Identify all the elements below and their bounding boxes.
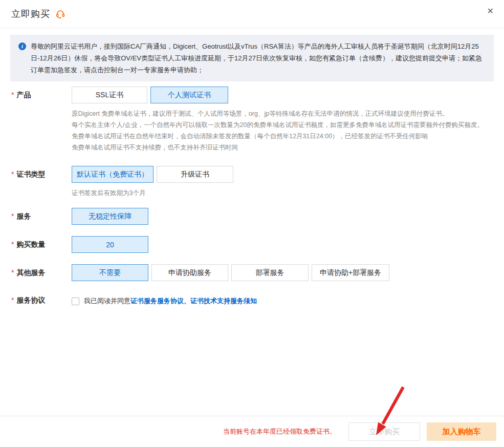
row-cert-type: *证书类型 默认证书（免费证书） 升级证书 证书签发后有效期为3个月 — [11, 166, 494, 198]
other-service-option-apply-assist[interactable]: 申请协助服务 — [151, 264, 228, 281]
customer-service-headset-icon[interactable] — [55, 9, 65, 19]
notice-banner: i 尊敬的阿里云证书用户，接到国际CA厂商通知，Digicert、Geotrus… — [10, 35, 494, 81]
other-service-option-deploy[interactable]: 部署服务 — [231, 264, 309, 281]
cert-type-option-default-free[interactable]: 默认证书（免费证书） — [72, 166, 154, 183]
row-product: *产品 SSL证书 个人测试证书 原Digicert 免费单域名证书，建议用于测… — [11, 87, 494, 153]
row-agreement: *服务协议 我已阅读并同意证书服务服务协议、证书技术支持服务须知 — [11, 295, 494, 306]
buy-certificate-dialog: 立即购买 ✕ i 尊敬的阿里云证书用户，接到国际CA厂商通知，Digicert、… — [0, 0, 504, 447]
other-service-option-none[interactable]: 不需要 — [72, 264, 148, 281]
product-option-ssl[interactable]: SSL证书 — [72, 87, 147, 103]
other-service-label: *其他服务 — [11, 264, 72, 281]
product-descriptions: 原Digicert 免费单域名证书，建议用于测试、个人试用等场景，org、jp等… — [72, 108, 484, 153]
quantity-label: *购买数量 — [11, 236, 72, 253]
add-to-cart-button[interactable]: 加入购物车 — [427, 422, 496, 441]
page-title: 立即购买 — [11, 8, 50, 20]
product-option-personal-test[interactable]: 个人测试证书 — [150, 87, 228, 103]
other-service-option-assist-plus-deploy[interactable]: 申请协助+部署服务 — [312, 264, 389, 281]
close-icon[interactable]: ✕ — [484, 5, 497, 17]
quantity-option-20[interactable]: 20 — [72, 236, 148, 253]
required-mark: * — [11, 91, 14, 99]
cert-type-label: *证书类型 — [11, 166, 72, 198]
service-option-no-stability-guarantee[interactable]: 无稳定性保障 — [72, 208, 148, 225]
service-label: *服务 — [11, 208, 72, 225]
dialog-footer: 当前账号在本年度已经领取免费证书。 立即购买 加入购物车 — [0, 416, 504, 447]
product-label: *产品 — [11, 87, 72, 153]
info-icon: i — [18, 42, 26, 50]
cert-type-option-upgrade[interactable]: 升级证书 — [157, 166, 233, 183]
quota-warning-text: 当前账号在本年度已经领取免费证书。 — [223, 427, 336, 436]
link-cert-tech-support-notice[interactable]: 证书技术支持服务须知 — [190, 297, 257, 305]
agreement-label: *服务协议 — [11, 295, 72, 306]
product-desc-line: 免费单域名试用证书在自然年结束时，会自动清除未签发的数量（每个自然年12月31日… — [72, 131, 484, 142]
dialog-titlebar: 立即购买 — [0, 0, 504, 28]
product-desc-line: 原Digicert 免费单域名证书，建议用于测试、个人试用等场景，org、jp等… — [72, 108, 484, 119]
row-service: *服务 无稳定性保障 — [11, 208, 494, 225]
product-desc-line: 免费单域名试用证书不支持续费，也不支持补齐旧证书时间 — [72, 142, 484, 153]
row-quantity: *购买数量 20 — [11, 236, 494, 253]
row-other-service: *其他服务 不需要 申请协助服务 部署服务 申请协助+部署服务 — [11, 264, 494, 281]
link-cert-service-agreement[interactable]: 证书服务服务协议 — [130, 297, 184, 305]
notice-text: 尊敬的阿里云证书用户，接到国际CA厂商通知，Digicert、Geotrust以… — [31, 40, 487, 76]
buy-now-button[interactable]: 立即购买 — [348, 422, 420, 441]
agreement-separator: 、 — [184, 297, 190, 305]
cert-validity-note: 证书签发后有效期为3个月 — [72, 189, 233, 198]
product-desc-line: 每个实名主体个人/企业，一个自然年内可以领取一次数量为20的免费单域名试用证书额… — [72, 119, 484, 131]
purchase-form: *产品 SSL证书 个人测试证书 原Digicert 免费单域名证书，建议用于测… — [0, 81, 504, 306]
agreement-checkbox[interactable] — [72, 297, 79, 305]
agreement-text: 我已阅读并同意证书服务服务协议、证书技术支持服务须知 — [84, 296, 257, 306]
